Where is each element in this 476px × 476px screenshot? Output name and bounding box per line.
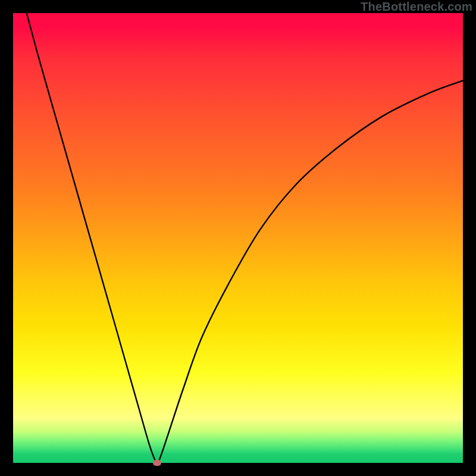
minimum-marker <box>153 460 161 466</box>
bottleneck-curve <box>13 13 463 463</box>
watermark-text: TheBottleneck.com <box>361 0 472 14</box>
plot-area <box>13 13 463 463</box>
